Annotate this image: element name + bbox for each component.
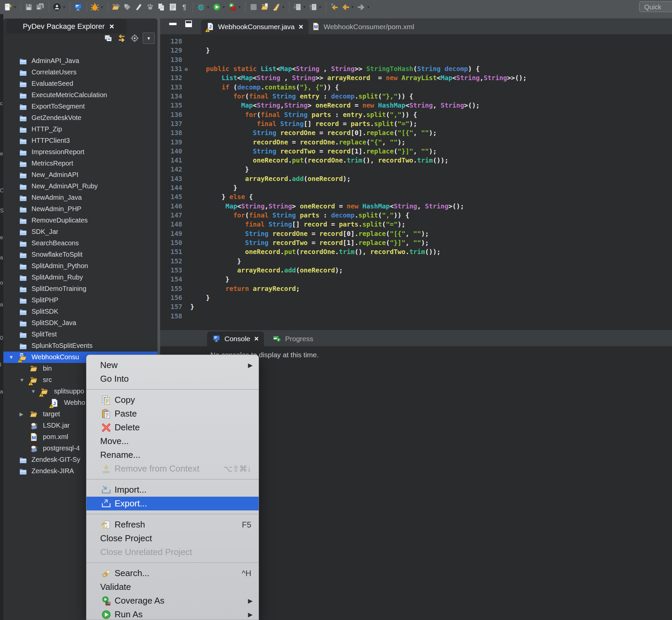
close-icon[interactable]: × <box>254 334 259 343</box>
view-menu-icon[interactable]: ▼ <box>143 33 155 44</box>
collapse-all-icon[interactable] <box>104 33 114 43</box>
tree-item-newadmin-java[interactable]: NewAdmin_Java <box>3 192 158 203</box>
dropdown-caret-icon[interactable]: ▼ <box>100 5 104 9</box>
tree-item-impressionreport[interactable]: ImpressionReport <box>3 147 158 158</box>
quick-access-box[interactable]: Quick <box>639 1 672 12</box>
fold-marker-icon[interactable]: ⊖ <box>182 65 190 74</box>
menu-item-paste[interactable]: Paste <box>87 407 259 421</box>
menu-item-export[interactable]: Export... <box>87 497 259 510</box>
tree-item-removeduplicates[interactable]: RemoveDuplicates <box>3 215 158 226</box>
maximize-icon[interactable] <box>185 20 192 27</box>
editor-tab-webhookconsumer-java[interactable]: JWebhookConsumer.java× <box>201 19 309 34</box>
folder-paste-button[interactable] <box>260 3 269 12</box>
collapse-arrow-icon[interactable]: ▼ <box>31 389 36 394</box>
console-tab-progress[interactable]: Progress <box>268 331 319 346</box>
close-icon[interactable]: × <box>298 22 303 32</box>
dropdown-caret-icon[interactable]: ▼ <box>13 5 17 9</box>
link-editor-icon[interactable] <box>117 33 127 43</box>
tree-item-correlateusers[interactable]: CorrelateUsers <box>3 67 158 78</box>
tree-item-splitdemotraining[interactable]: SplitDemoTraining <box>3 283 158 295</box>
debug-beetle-button[interactable]: ▼ <box>197 3 210 12</box>
tree-item-snowflaketosplit[interactable]: SnowflakeToSplit <box>3 249 158 260</box>
tree-item-splitsdk-java[interactable]: SplitSDK_Java <box>3 317 158 329</box>
pilcrow-button[interactable]: ¶ <box>180 3 189 12</box>
dropdown-caret-icon[interactable]: ▼ <box>318 5 322 9</box>
import-items-button[interactable]: ▼ <box>293 3 306 12</box>
collapse-arrow-icon[interactable]: ▼ <box>19 377 24 383</box>
menu-item-run-as[interactable]: Run As▶ <box>87 608 259 620</box>
tree-item-sdk-jar[interactable]: SDK_Jar <box>3 226 158 238</box>
menu-item-rename[interactable]: Rename... <box>87 448 259 462</box>
tree-item-http-zip[interactable]: HTTP_Zip <box>3 124 158 135</box>
dropdown-caret-icon[interactable]: ▼ <box>62 5 66 9</box>
marker-button[interactable]: ▼ <box>272 3 285 12</box>
tree-item-splitphp[interactable]: SplitPHP <box>3 295 158 306</box>
expand-arrow-icon[interactable]: ▶ <box>19 411 23 417</box>
menu-item-move[interactable]: Move... <box>87 434 259 448</box>
open-resource-button[interactable] <box>112 3 121 12</box>
paw-button[interactable] <box>146 3 155 12</box>
dropdown-caret-icon[interactable]: ▼ <box>302 5 306 9</box>
console-view-button[interactable] <box>74 3 83 12</box>
back-snapback-button[interactable]: ✳ <box>330 3 339 12</box>
dropdown-caret-icon[interactable]: ▼ <box>237 5 241 9</box>
tag-button[interactable] <box>123 3 132 12</box>
console-tab-console[interactable]: Console× <box>207 331 264 346</box>
copy-doc-button[interactable] <box>157 3 166 12</box>
tree-item-adminapi-java[interactable]: AdminAPI_Java <box>3 55 158 67</box>
tree-item-metricsreport[interactable]: MetricsReport <box>3 158 158 169</box>
collapse-arrow-icon[interactable]: ▼ <box>9 354 14 360</box>
dropdown-caret-icon[interactable]: ▼ <box>351 5 354 9</box>
user-button[interactable]: ▼ <box>53 3 66 12</box>
back-button[interactable]: ▼ <box>341 3 354 12</box>
tree-item-new-adminapi-ruby[interactable]: New_AdminAPI_Ruby <box>3 180 158 192</box>
tree-item-newadmin-php[interactable]: NewAdmin_PHP <box>3 203 158 215</box>
forward-button[interactable]: ▼ <box>357 3 370 12</box>
code-editor[interactable]: 128129 }130131⊖ public static List<Map<S… <box>160 34 672 330</box>
menu-item-import[interactable]: Import... <box>87 483 259 497</box>
editor-tab-webhookconsumer-pom-xml[interactable]: MWebhookConsumer/pom.xml <box>306 19 419 34</box>
menu-item-label: Go Into <box>100 374 129 384</box>
menu-item-validate[interactable]: Validate <box>87 580 259 594</box>
menu-item-close-project[interactable]: Close Project <box>87 531 259 545</box>
bug-orange-button[interactable]: ▼ <box>91 3 104 12</box>
knife-button[interactable] <box>134 3 144 12</box>
focus-icon[interactable] <box>130 33 140 43</box>
dropdown-caret-icon[interactable]: ▼ <box>206 5 210 9</box>
new-wizard-button[interactable]: ▼ <box>3 3 17 12</box>
save-button[interactable] <box>24 3 34 12</box>
line-number: 141 <box>160 156 182 165</box>
menu-item-delete[interactable]: Delete <box>87 421 259 434</box>
menu-item-search[interactable]: Search...^H <box>87 566 259 580</box>
close-icon[interactable]: × <box>110 22 114 31</box>
menu-item-new[interactable]: New▶ <box>87 358 259 372</box>
tree-item-evaluateseed[interactable]: EvaluateSeed <box>3 78 158 90</box>
tree-item-httpclient3[interactable]: HTTPClient3 <box>3 135 158 147</box>
run-button[interactable]: ▼ <box>212 3 226 12</box>
tree-item-searchbeacons[interactable]: SearchBeacons <box>3 238 158 249</box>
tree-item-exporttosegment[interactable]: ExportToSegment <box>3 101 158 112</box>
menu-item-copy[interactable]: Copy <box>87 393 259 407</box>
menu-item-go-into[interactable]: Go Into <box>87 372 259 386</box>
tree-item-splittest[interactable]: SplitTest <box>3 329 158 340</box>
tree-item-executemetriccalculation[interactable]: ExecuteMetricCalculation <box>3 90 158 101</box>
folder-blue-icon <box>19 125 27 134</box>
menu-item-refresh[interactable]: RefreshF5 <box>87 518 259 531</box>
export-items-button[interactable]: ▼ <box>309 3 322 12</box>
tree-item-new-adminapi[interactable]: New_AdminAPI <box>3 169 158 180</box>
tree-item-getzendeskvote[interactable]: GetZendeskVote <box>3 112 158 124</box>
minimize-icon[interactable] <box>169 23 176 25</box>
open-folder-button[interactable] <box>249 3 258 12</box>
run-config-button[interactable]: ▼ <box>228 3 241 12</box>
tree-item-splitsdk[interactable]: SplitSDK <box>3 306 158 317</box>
dropdown-caret-icon[interactable]: ▼ <box>222 5 226 9</box>
dropdown-caret-icon[interactable]: ▼ <box>281 5 285 9</box>
menu-item-coverage-as[interactable]: Coverage As▶ <box>87 594 259 608</box>
tab-pydev-package-explorer[interactable]: PyDev Package Explorer × <box>7 19 127 34</box>
tree-item-splitadmin-ruby[interactable]: SplitAdmin_Ruby <box>3 272 158 283</box>
save-all-button[interactable] <box>36 3 45 12</box>
dropdown-caret-icon[interactable]: ▼ <box>367 5 370 9</box>
list-view-button[interactable] <box>168 3 177 12</box>
tree-item-splitadmin-python[interactable]: SplitAdmin_Python <box>3 260 158 272</box>
tree-item-splunktosplitevents[interactable]: SplunkToSplitEvents <box>3 340 158 352</box>
